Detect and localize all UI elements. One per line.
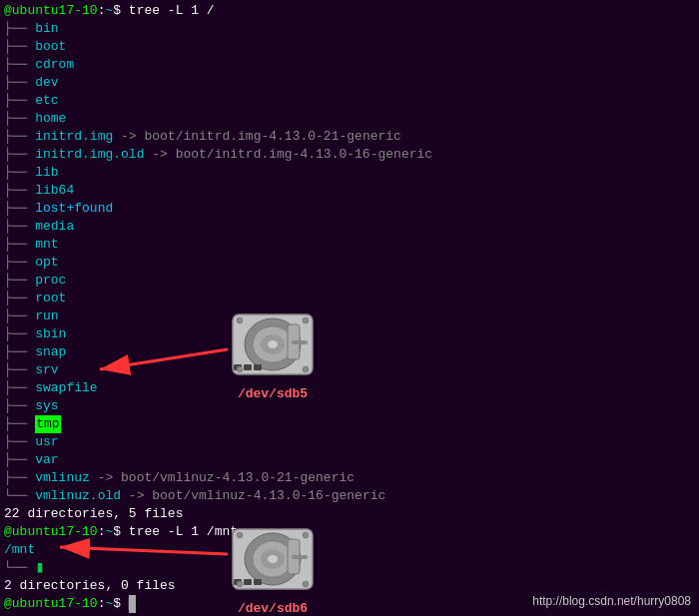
tree-entry: ├── initrd.img.old -> boot/initrd.img-4.…	[4, 146, 695, 164]
svg-rect-24	[244, 579, 252, 585]
tree-entry: ├── opt	[4, 254, 695, 272]
tree-entry: ├── vmlinuz -> boot/vmlinuz-4.13.0-21-ge…	[4, 469, 695, 487]
command-text-1: tree -L 1 /	[129, 2, 215, 20]
svg-point-4	[268, 340, 278, 348]
tree-entry: ├── sbin	[4, 325, 695, 343]
tree-entry: ├── srv	[4, 361, 695, 379]
tree-entry: ├── root	[4, 290, 695, 308]
summary-line-2: 2 directories, 0 files	[4, 577, 695, 595]
svg-rect-6	[292, 340, 308, 344]
prompt-user: @ubuntu17-10	[4, 2, 98, 20]
svg-rect-25	[254, 579, 262, 585]
summary-line-1: 22 directories, 5 files	[4, 505, 695, 523]
tree2-root: /mnt	[4, 541, 695, 559]
tree-entry: ├── home	[4, 110, 695, 128]
svg-point-10	[237, 317, 243, 323]
tree-entry: └── vmlinuz.old -> boot/vmlinuz-4.13.0-1…	[4, 487, 695, 505]
svg-rect-9	[254, 364, 262, 370]
tree-entry: ├── mnt	[4, 236, 695, 254]
tree-entry: ├── run	[4, 308, 695, 325]
svg-point-28	[237, 581, 243, 587]
tree-entry: ├── lost+found	[4, 200, 695, 218]
tree-entry: ├── swapfile	[4, 379, 695, 397]
disk-image-1: /dev/sdb5	[228, 305, 318, 401]
disk-label-2: /dev/sdb6	[238, 601, 308, 616]
svg-point-11	[303, 317, 309, 323]
svg-point-29	[303, 581, 309, 587]
tree-entry: ├── var	[4, 451, 695, 469]
tree-entry: ├── lib64	[4, 182, 695, 200]
tree-entry: ├── usr	[4, 433, 695, 451]
tree-entry: ├── cdrom	[4, 56, 695, 74]
disk-label-1: /dev/sdb5	[238, 386, 308, 401]
svg-rect-22	[292, 555, 308, 559]
prompt-user-3: @ubuntu17-10	[4, 595, 98, 613]
svg-point-20	[268, 555, 278, 563]
prompt-user-2: @ubuntu17-10	[4, 523, 98, 541]
svg-point-27	[303, 532, 309, 538]
tree-entry-top: ├── tmp	[4, 415, 695, 433]
tree-entry: ├── proc	[4, 272, 695, 290]
svg-rect-8	[244, 364, 252, 370]
tree-entry: ├── initrd.img -> boot/initrd.img-4.13.0…	[4, 128, 695, 146]
tree-entry: ├── media	[4, 218, 695, 236]
watermark: http://blog.csdn.net/hurry0808	[532, 594, 691, 608]
tree-entry: ├── etc	[4, 92, 695, 110]
disk-svg-2	[228, 519, 318, 599]
command-line-1: @ubuntu17-10:~$ tree -L 1 /	[4, 2, 695, 20]
disk-svg-1	[228, 305, 318, 384]
tree-entry: ├── sys	[4, 397, 695, 415]
svg-point-13	[303, 366, 309, 372]
command-text-2: tree -L 1 /mnt	[129, 523, 238, 541]
disk-image-2: /dev/sdb6	[228, 519, 318, 616]
tree-entry: ├── dev	[4, 74, 695, 92]
svg-point-26	[237, 532, 243, 538]
tree-entry: ├── lib	[4, 164, 695, 182]
tree-entry: ├── boot	[4, 38, 695, 56]
tree-entry: ├── bin	[4, 20, 695, 38]
command-line-2: @ubuntu17-10:~$ tree -L 1 /mnt	[4, 523, 695, 541]
terminal: @ubuntu17-10:~$ tree -L 1 / ├── bin ├── …	[0, 0, 699, 616]
svg-point-12	[237, 366, 243, 372]
tree2-entry: └── ▮	[4, 559, 695, 577]
tree-entry: ├── snap	[4, 343, 695, 361]
